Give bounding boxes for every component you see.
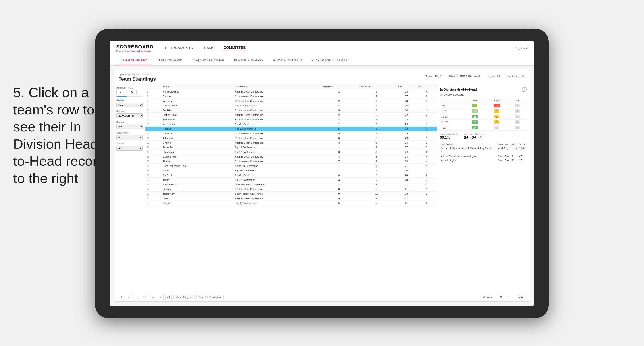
cell-school: Tennessee xyxy=(161,117,233,122)
h2h-stats: Opponents in division: 99.1% W-L-T recor… xyxy=(440,133,526,140)
table-row[interactable]: 14 Oklahoma Big 12 Conference 3 9 24 2 xyxy=(145,150,437,155)
cell-conf-rank: 9 xyxy=(357,196,396,201)
h2h-title: In Division Head-to-Head xyxy=(440,88,477,91)
table-row[interactable]: 21 New Mexico Mountain West Conference 1… xyxy=(145,182,437,187)
cell-num: 4 xyxy=(145,103,161,108)
nav-teams[interactable]: TEAMS xyxy=(202,45,215,51)
table-row[interactable]: 13 Texas Tech Big 12 Conference 1 9 27 2 xyxy=(145,145,437,150)
h2h-loss-cell: 13 xyxy=(486,103,508,109)
school-filter-label: School xyxy=(116,143,143,145)
cell-conference: Southeastern Conference xyxy=(233,187,321,191)
table-row[interactable]: 20 Texas Big 12 Conference 3 7 20 7 xyxy=(145,178,437,182)
clock-button[interactable]: ⏱ xyxy=(166,294,172,300)
table-row[interactable]: 10 Alabama Southeastern Conference 5 8 2… xyxy=(145,131,437,136)
h2h-row: 11-25 11 8 0 xyxy=(440,109,526,114)
h2h-row: Top 10 3 13 0 xyxy=(440,103,526,109)
min-rounds-slider[interactable] xyxy=(116,96,143,97)
cell-conf-rank: 10 xyxy=(357,113,396,117)
cell-school: Ole Miss xyxy=(161,108,233,113)
school-select[interactable]: (All) xyxy=(116,146,143,151)
table-row[interactable]: 25 Oregon Pac-12 Conference 5 7 21 0 xyxy=(145,201,437,205)
cell-school: Georgia Tech xyxy=(161,155,233,159)
sub-nav-player-h2h-heatmap[interactable]: PLAYER H2H HEATMAP xyxy=(307,55,352,65)
h2h-tie-cell: 0 xyxy=(508,120,526,125)
forward-button[interactable]: › xyxy=(134,294,140,300)
sub-nav-player-summary[interactable]: PLAYER SUMMARY xyxy=(229,55,268,65)
gender-select[interactable]: Men's xyxy=(116,103,143,107)
table-row[interactable]: 15 Georgia Tech Atlantic Coast Conferenc… xyxy=(145,155,437,159)
cell-num: 22 xyxy=(145,187,161,191)
tournament-name: 1 xyxy=(440,151,496,155)
table-row[interactable]: 1 North Carolina Atlantic Coast Conferen… xyxy=(145,89,437,94)
cell-school: Texas xyxy=(161,178,233,182)
table-row[interactable]: 18 Illinois Big Ten Conference 1 9 26 3 xyxy=(145,168,437,173)
table-row[interactable]: 9 Arizona Pac-12 Conference 5 8 23 3 xyxy=(145,127,437,131)
table-row[interactable]: 16 Florida Southeastern Conference 7 9 2… xyxy=(145,159,437,164)
cell-reg-rank: 5 xyxy=(321,127,357,131)
sub-nav-team-summary[interactable]: TEAM SUMMARY xyxy=(116,55,152,65)
cell-reg-rank: 7 xyxy=(321,159,357,164)
main-nav: TOURNAMENTS TEAMS COMMITTEE xyxy=(164,45,512,51)
division-select[interactable]: NCAA Division I xyxy=(116,113,143,118)
logo-subtitle: Powered by Powered by clippd xyxy=(116,50,154,52)
table-row[interactable]: 5 Ole Miss Southeastern Conference 3 6 1… xyxy=(145,108,437,113)
table-row[interactable]: 3 Vanderbilt Southeastern Conference 2 8… xyxy=(145,99,437,103)
table-row[interactable]: 7 Tennessee Southeastern Conference 4 6 … xyxy=(145,117,437,122)
nav-committee[interactable]: COMMITTEE xyxy=(224,45,246,51)
table-row[interactable]: 22 Georgia Southeastern Conference 8 7 2… xyxy=(145,187,437,191)
table-row[interactable]: 12 Virginia Atlantic Coast Conference 3 … xyxy=(145,141,437,145)
watch-button[interactable]: 👁 Watch xyxy=(480,295,496,300)
tournament-score: -17 xyxy=(518,155,526,159)
conference-select[interactable]: (All) xyxy=(116,135,143,140)
h2h-close-button[interactable]: ✕ xyxy=(522,87,526,92)
cell-num: 8 xyxy=(145,122,161,127)
tournament-body: Jackson 1. Stephens Cup Men's Match Play… xyxy=(440,147,526,163)
logo-area: SCOREBOARD Powered by Powered by clippd xyxy=(116,44,154,52)
share-button[interactable]: Share xyxy=(514,295,526,300)
cell-num: 5 xyxy=(145,108,161,113)
cell-school: Illinois xyxy=(161,168,233,173)
cell-reg-rank: 1 xyxy=(321,94,357,99)
table-row[interactable]: 8 Washington Pac-12 Conference 2 8 23 1 xyxy=(145,122,437,127)
sign-out[interactable]: Sign out xyxy=(516,46,528,50)
cell-school: Auburn xyxy=(161,94,233,99)
region-filter-label: Region xyxy=(116,121,143,123)
add-button[interactable]: + xyxy=(158,294,164,300)
table-row[interactable]: 23 Texas A&M Southeastern Conference 9 1… xyxy=(145,191,437,196)
more-button[interactable]: ⋮ xyxy=(506,294,512,300)
tournament-row: Cabo Collegiate Stroke Play 11 17 xyxy=(440,159,526,163)
cell-school: Oklahoma xyxy=(161,150,233,155)
layout-button[interactable]: ⊞ xyxy=(498,294,504,300)
cell-rds: 23 xyxy=(396,131,416,136)
copy-button[interactable]: ⎘ xyxy=(142,294,148,300)
h2h-tie-cell: 1 xyxy=(508,114,526,120)
table-row[interactable]: 2 Auburn Southeastern Conference 1 9 27 … xyxy=(145,94,437,99)
h2h-win-cell: 3 xyxy=(464,103,486,109)
h2h-opponents-label: Opponents in division: xyxy=(440,133,460,136)
sub-nav-team-h2h-heatmap[interactable]: TEAM H2H HEATMAP xyxy=(187,55,229,65)
sub-nav-player-h2h-grid[interactable]: PLAYER H2H GRID xyxy=(268,55,307,65)
table-row[interactable]: 4 Arizona State Pac-12 Conference 4 9 26… xyxy=(145,103,437,108)
paste-button[interactable]: ⎗ xyxy=(150,294,156,300)
back-button[interactable]: ‹ xyxy=(126,294,132,300)
undo-button[interactable]: ↺ xyxy=(118,294,124,300)
cell-win: 3 xyxy=(416,136,437,141)
table-row[interactable]: 17 East Tennessee State Southern Confere… xyxy=(145,164,437,168)
cell-school: New Mexico xyxy=(161,182,233,187)
table-row[interactable]: 11 Arkansas Southeastern Conference 6 8 … xyxy=(145,136,437,141)
cell-rds: 24 xyxy=(396,141,416,145)
view-original-button[interactable]: View: Original xyxy=(174,295,195,300)
table-row[interactable]: 6 Florida State Atlantic Coast Conferenc… xyxy=(145,113,437,117)
cell-school: Oregon xyxy=(161,201,233,205)
table-row[interactable]: 19 California Pac-12 Conference 4 8 24 2 xyxy=(145,173,437,178)
h2h-wlt-value: 86 - 26 - 1 xyxy=(464,136,486,140)
save-custom-button[interactable]: Save Custom View xyxy=(196,295,224,300)
nav-tournaments[interactable]: TOURNAMENTS xyxy=(164,45,193,51)
sub-nav: TEAM SUMMARY TEAM H2H GRID TEAM H2H HEAT… xyxy=(110,55,534,66)
min-rounds-max[interactable] xyxy=(128,90,137,95)
region-select[interactable]: N/A xyxy=(116,124,143,129)
cell-school: East Tennessee State xyxy=(161,164,233,168)
sub-nav-team-h2h-grid[interactable]: TEAM H2H GRID xyxy=(152,55,187,65)
min-rounds-min[interactable] xyxy=(116,90,125,95)
table-row[interactable]: 24 Duke Atlantic Coast Conference 5 9 27… xyxy=(145,196,437,201)
